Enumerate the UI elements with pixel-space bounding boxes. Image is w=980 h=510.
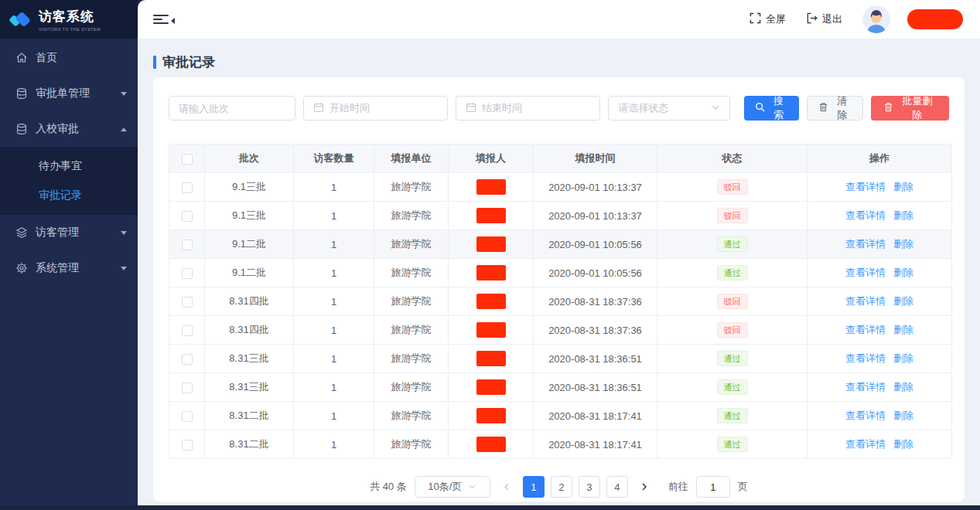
row-checkbox[interactable] xyxy=(182,325,193,336)
clear-button[interactable]: 清除 xyxy=(807,96,863,121)
delete-link[interactable]: 删除 xyxy=(893,410,913,421)
view-detail-link[interactable]: 查看详情 xyxy=(845,324,886,335)
database-icon xyxy=(15,87,28,100)
row-checkbox[interactable] xyxy=(182,182,193,193)
cell-unit: 旅游学院 xyxy=(374,430,449,459)
row-checkbox[interactable] xyxy=(182,211,193,222)
table-row: 8.31二批1旅游学院2020-08-31 18:17:41通过查看详情删除 xyxy=(169,430,952,459)
page-title: 审批记录 xyxy=(162,53,215,71)
sidebar-item-system-management[interactable]: 系统管理 xyxy=(0,250,138,286)
batch-delete-button[interactable]: 批量删除 xyxy=(871,96,949,121)
cell-unit: 旅游学院 xyxy=(374,259,449,287)
next-page-button[interactable] xyxy=(636,482,653,491)
delete-link[interactable]: 删除 xyxy=(893,295,913,307)
row-checkbox[interactable] xyxy=(182,354,193,365)
row-checkbox[interactable] xyxy=(182,440,193,450)
cell-batch: 9.1二批 xyxy=(205,230,294,259)
redacted-name xyxy=(476,351,506,366)
row-checkbox[interactable] xyxy=(182,411,193,422)
sidebar-item-visitor-management[interactable]: 访客管理 xyxy=(0,215,138,250)
row-checkbox[interactable] xyxy=(182,297,193,308)
cell-visitor-count: 1 xyxy=(294,202,374,230)
delete-link[interactable]: 删除 xyxy=(893,381,913,393)
redacted-name xyxy=(476,236,506,252)
sidebar-menu: 首页 审批单管理 入校审批 待办事宜 xyxy=(0,39,138,286)
cell-status: 通过 xyxy=(657,402,808,430)
search-button[interactable]: 搜索 xyxy=(744,96,799,121)
view-detail-link[interactable]: 查看详情 xyxy=(845,295,886,307)
column-header-reporter: 填报人 xyxy=(449,144,534,173)
redacted-name xyxy=(476,294,506,309)
sidebar-collapse-button[interactable] xyxy=(153,12,170,26)
delete-link[interactable]: 删除 xyxy=(893,267,913,278)
sidebar-item-home[interactable]: 首页 xyxy=(0,40,138,76)
view-detail-link[interactable]: 查看详情 xyxy=(845,209,886,221)
row-checkbox[interactable] xyxy=(182,382,193,393)
chevron-up-icon xyxy=(121,128,127,131)
redacted-name xyxy=(476,208,506,223)
cell-report-time: 2020-08-31 18:36:51 xyxy=(534,345,657,373)
delete-link[interactable]: 删除 xyxy=(893,324,913,335)
view-detail-link[interactable]: 查看详情 xyxy=(845,181,886,192)
cell-batch: 8.31二批 xyxy=(205,402,294,430)
view-detail-link[interactable]: 查看详情 xyxy=(845,238,886,250)
view-detail-link[interactable]: 查看详情 xyxy=(845,381,886,393)
page-button-2[interactable]: 2 xyxy=(551,476,572,498)
goto-page-input[interactable] xyxy=(696,476,730,498)
cell-status: 通过 xyxy=(657,373,808,402)
chevron-down-icon xyxy=(121,92,127,96)
view-detail-link[interactable]: 查看详情 xyxy=(845,267,886,278)
logo: 访客系统 VISITORS TO THE SYSTEM xyxy=(0,0,138,39)
start-time-input[interactable]: 开始时间 xyxy=(303,96,448,121)
end-time-input[interactable]: 结束时间 xyxy=(456,96,600,121)
status-badge: 驳回 xyxy=(717,179,748,195)
delete-link[interactable]: 删除 xyxy=(893,181,913,192)
batch-input[interactable] xyxy=(169,96,295,121)
table-row: 9.1三批1旅游学院2020-09-01 10:13:37驳回查看详情删除 xyxy=(169,173,952,202)
sidebar-item-approval-records[interactable]: 审批记录 xyxy=(0,181,138,210)
view-detail-link[interactable]: 查看详情 xyxy=(845,410,886,421)
cell-report-time: 2020-09-01 10:05:56 xyxy=(534,259,657,287)
cell-actions: 查看详情删除 xyxy=(808,316,952,345)
redacted-name xyxy=(476,379,506,395)
search-label: 搜索 xyxy=(769,94,788,122)
column-header-status: 状态 xyxy=(657,144,808,173)
table-row: 9.1二批1旅游学院2020-09-01 10:05:56通过查看详情删除 xyxy=(169,259,952,287)
cell-report-time: 2020-08-31 18:37:36 xyxy=(534,316,657,345)
select-all-checkbox[interactable] xyxy=(182,154,193,165)
sidebar-item-label: 入校审批 xyxy=(36,122,79,136)
layers-icon xyxy=(15,226,28,239)
page-size-select[interactable]: 10条/页 xyxy=(415,476,490,498)
status-select[interactable]: 请选择状态 xyxy=(608,96,730,121)
sidebar-item-todo[interactable]: 待办事宜 xyxy=(0,151,138,181)
cell-reporter xyxy=(449,202,534,230)
sidebar-item-label: 首页 xyxy=(36,51,57,65)
page-button-3[interactable]: 3 xyxy=(579,476,600,498)
cell-actions: 查看详情删除 xyxy=(808,230,952,259)
row-checkbox[interactable] xyxy=(182,240,193,250)
logout-button[interactable]: 退出 xyxy=(806,12,842,26)
sidebar-item-approval-form-management[interactable]: 审批单管理 xyxy=(0,76,138,111)
prev-page-button[interactable] xyxy=(498,482,515,491)
delete-link[interactable]: 删除 xyxy=(893,352,913,364)
page-button-4[interactable]: 4 xyxy=(606,476,628,498)
view-detail-link[interactable]: 查看详情 xyxy=(845,352,886,364)
delete-link[interactable]: 删除 xyxy=(893,238,913,250)
cell-reporter xyxy=(449,259,534,287)
cell-status: 通过 xyxy=(657,345,808,373)
page-button-1[interactable]: 1 xyxy=(523,476,545,498)
fullscreen-button[interactable]: 全屏 xyxy=(750,12,786,26)
sidebar-item-campus-entry-approval[interactable]: 入校审批 xyxy=(0,111,138,147)
cell-unit: 旅游学院 xyxy=(374,173,449,202)
view-detail-link[interactable]: 查看详情 xyxy=(845,438,886,450)
home-icon xyxy=(15,52,28,64)
table-row: 8.31四批1旅游学院2020-08-31 18:37:36驳回查看详情删除 xyxy=(169,287,952,316)
collapse-arrow-icon xyxy=(171,18,175,24)
avatar[interactable] xyxy=(862,5,890,33)
row-checkbox[interactable] xyxy=(182,268,193,279)
delete-link[interactable]: 删除 xyxy=(893,438,913,450)
cell-status: 驳回 xyxy=(657,287,808,316)
logo-title: 访客系统 xyxy=(39,8,101,26)
sidebar-item-label: 审批单管理 xyxy=(36,87,90,100)
delete-link[interactable]: 删除 xyxy=(893,209,913,221)
